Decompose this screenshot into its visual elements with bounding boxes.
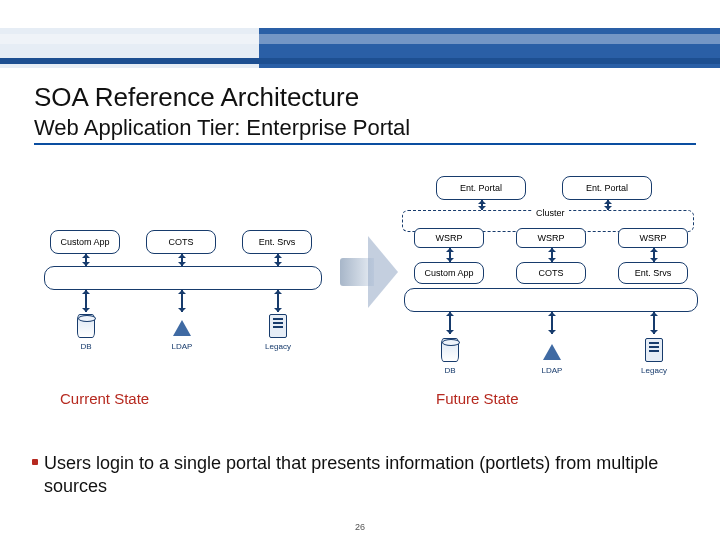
architecture-diagram: Custom App COTS Ent. Srvs DB LDAP Legacy… [0, 160, 720, 430]
arrow-current-1 [85, 254, 87, 266]
slide-title-block: SOA Reference Architecture Web Applicati… [34, 82, 696, 141]
future-app-cots: COTS [516, 262, 586, 284]
arrow-wsrp-1 [449, 248, 451, 262]
slide-title: SOA Reference Architecture [34, 82, 696, 113]
future-app-entsrv-label: Ent. Srvs [635, 268, 672, 278]
header-underline [0, 58, 720, 64]
current-app-custom-label: Custom App [60, 237, 109, 247]
future-ldap-label: LDAP [526, 366, 578, 375]
future-portal-1-label: Ent. Portal [460, 183, 502, 193]
future-app-custom-label: Custom App [424, 268, 473, 278]
arrow-portal-1 [481, 200, 483, 210]
current-state-label: Current State [60, 390, 149, 407]
future-app-cots-label: COTS [538, 268, 563, 278]
future-wsrp-2-label: WSRP [538, 233, 565, 243]
ldap-icon: LDAP [168, 312, 196, 340]
header-band [0, 28, 720, 68]
future-db-icon: DB [436, 336, 464, 364]
future-wsrp-3-label: WSRP [640, 233, 667, 243]
arrow-wsrp-2 [551, 248, 553, 262]
future-app-custom: Custom App [414, 262, 484, 284]
arrow-current-3 [277, 254, 279, 266]
arrow-future-b2 [551, 312, 553, 334]
arrow-current-5 [181, 290, 183, 312]
arrow-current-6 [277, 290, 279, 312]
title-rule [34, 143, 696, 145]
header-shine [0, 34, 720, 44]
legacy-icon: Legacy [264, 312, 292, 340]
bullet-text: Users login to a single portal that pres… [44, 453, 658, 496]
arrow-future-b3 [653, 312, 655, 334]
arrow-wsrp-3 [653, 248, 655, 262]
slide-subtitle: Web Application Tier: Enterprise Portal [34, 115, 696, 141]
legacy-label: Legacy [252, 342, 304, 351]
db-label: DB [60, 342, 112, 351]
future-state-label: Future State [436, 390, 519, 407]
arrow-current-2 [181, 254, 183, 266]
future-legacy-label: Legacy [628, 366, 680, 375]
current-app-cots-label: COTS [168, 237, 193, 247]
future-portal-2-label: Ent. Portal [586, 183, 628, 193]
bullet-point: Users login to a single portal that pres… [44, 452, 692, 497]
cluster-label: Cluster [532, 208, 569, 218]
future-db-label: DB [424, 366, 476, 375]
ldap-label: LDAP [156, 342, 208, 351]
bullet-icon [32, 459, 38, 465]
current-app-entsrv-label: Ent. Srvs [259, 237, 296, 247]
future-wsrp-1-label: WSRP [436, 233, 463, 243]
arrow-future-b1 [449, 312, 451, 334]
future-app-entsrv: Ent. Srvs [618, 262, 688, 284]
arrow-portal-2 [607, 200, 609, 210]
future-ldap-icon: LDAP [538, 336, 566, 364]
transition-arrow-icon [334, 218, 390, 328]
arrow-current-4 [85, 290, 87, 312]
page-number: 26 [0, 522, 720, 532]
db-icon: DB [72, 312, 100, 340]
future-legacy-icon: Legacy [640, 336, 668, 364]
